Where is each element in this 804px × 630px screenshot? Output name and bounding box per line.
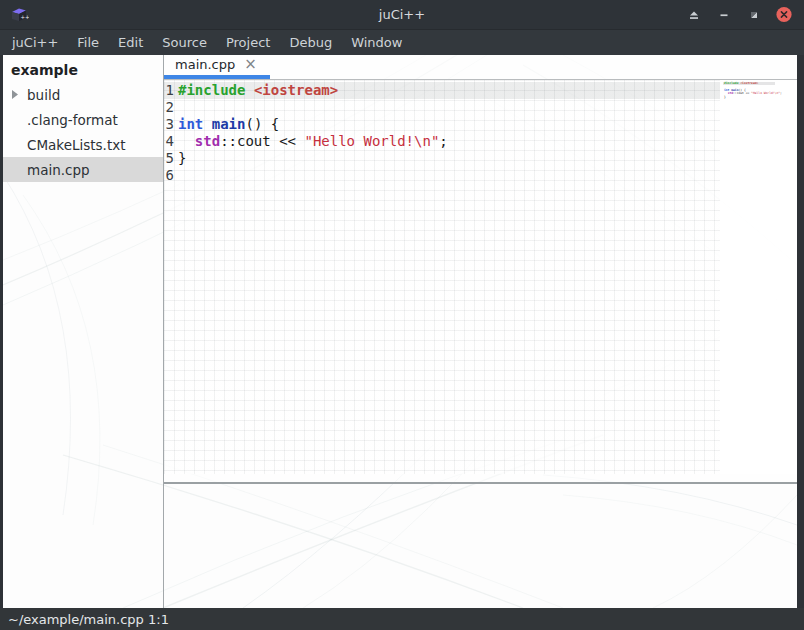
minimap[interactable]: #include <iostream>int main() { std::cou…: [720, 80, 797, 474]
expander-arrow-icon[interactable]: [12, 90, 18, 99]
tree-item-label: main.cpp: [3, 162, 90, 178]
menu-item-juci[interactable]: juCi++: [10, 30, 60, 55]
tab-close-icon[interactable]: ×: [244, 57, 257, 74]
juci-window: ++ juCi++: [0, 0, 804, 630]
code-text: }: [724, 96, 726, 99]
menu-item-source[interactable]: Source: [160, 30, 209, 55]
code-line[interactable]: 2: [164, 99, 720, 116]
tab-bar: main.cpp ×: [164, 55, 797, 80]
code-text: std::cout << "Hello World!\n";: [178, 133, 448, 150]
file-tree-sidebar: example build.clang-formatCMakeLists.txt…: [3, 55, 163, 608]
line-number: 2: [164, 99, 174, 116]
code-line[interactable]: 1#include <iostream>: [164, 82, 720, 99]
tree-item-label: CMakeLists.txt: [3, 137, 126, 153]
output-panel[interactable]: [164, 484, 797, 608]
menu-item-file[interactable]: File: [75, 30, 101, 55]
code-line[interactable]: 3int main() {: [164, 116, 720, 133]
main-pane: main.cpp × 1#include <iostream>23int mai…: [164, 55, 797, 608]
code-line[interactable]: 4 std::cout << "Hello World!\n";: [164, 133, 720, 150]
code-text: std::cout << "Hello World!\n";: [724, 92, 782, 95]
code-text: #include <iostream>: [724, 82, 758, 85]
maximize-icon[interactable]: [746, 7, 762, 23]
window-controls: [686, 7, 804, 23]
tree-item-main-cpp[interactable]: main.cpp: [3, 157, 163, 182]
code-text: }: [178, 150, 186, 167]
shade-icon[interactable]: [686, 7, 702, 23]
close-icon[interactable]: [776, 7, 792, 23]
menu-item-project[interactable]: Project: [224, 30, 272, 55]
menu-item-debug[interactable]: Debug: [287, 30, 334, 55]
tab-main-cpp[interactable]: main.cpp ×: [164, 55, 270, 79]
tree-item-cmakelists-txt[interactable]: CMakeLists.txt: [3, 132, 163, 157]
content-area: example build.clang-formatCMakeLists.txt…: [3, 55, 797, 608]
code-text: #include <iostream>: [178, 82, 338, 99]
statusbar: ~/example/main.cpp 1:1: [0, 608, 804, 630]
code-line[interactable]: 6: [164, 167, 720, 184]
code-editor[interactable]: 1#include <iostream>23int main() {4 std:…: [164, 80, 720, 474]
minimap-line: [723, 99, 797, 102]
tree-item--clang-format[interactable]: .clang-format: [3, 107, 163, 132]
tab-label: main.cpp: [175, 57, 235, 74]
tree-item-build[interactable]: build: [3, 82, 163, 107]
line-number: 1: [164, 82, 174, 99]
paned-gap: [164, 474, 797, 482]
line-number: 3: [164, 116, 174, 133]
line-number: 6: [164, 167, 174, 184]
menu-item-edit[interactable]: Edit: [116, 30, 145, 55]
menu-item-window[interactable]: Window: [349, 30, 404, 55]
status-file-position: ~/example/main.cpp 1:1: [0, 612, 169, 627]
code-line[interactable]: 5}: [164, 150, 720, 167]
line-number: 5: [164, 150, 174, 167]
minimize-icon[interactable]: [716, 7, 732, 23]
editor-row: 1#include <iostream>23int main() {4 std:…: [164, 80, 797, 474]
line-number: 4: [164, 133, 174, 150]
tree-item-label: .clang-format: [3, 112, 118, 128]
titlebar[interactable]: ++ juCi++: [0, 0, 804, 29]
window-title: juCi++: [0, 7, 804, 22]
menubar: juCi++FileEditSourceProjectDebugWindow: [0, 29, 804, 55]
project-name: example: [3, 57, 163, 82]
window-border-right: [797, 0, 804, 630]
window-border-left: [0, 0, 3, 630]
code-text: int main() {: [178, 116, 279, 133]
